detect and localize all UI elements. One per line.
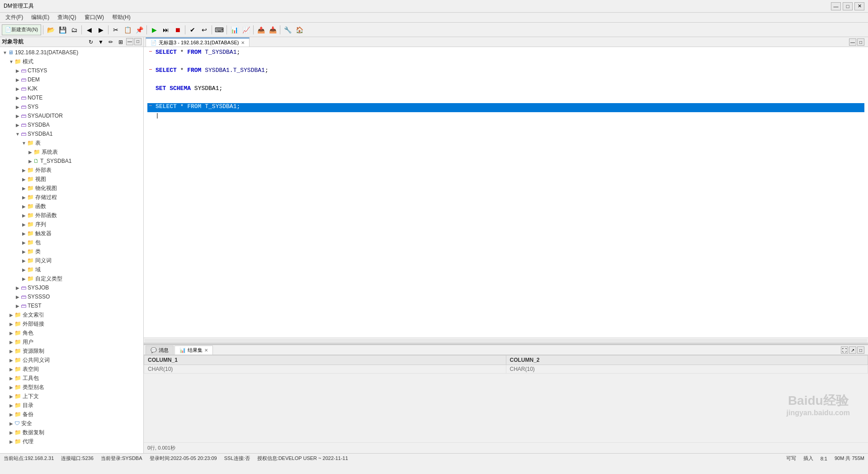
menu-help[interactable]: 帮助(H) [108,13,134,22]
tree-node-triggers[interactable]: ▶ 📁 触发器 [0,229,143,238]
tree-node-sys[interactable]: ▶ 🗃 SYS [0,102,143,111]
menu-window[interactable]: 窗口(W) [81,13,108,22]
menu-query[interactable]: 查询(Q) [54,13,80,22]
tree-toggle-note[interactable]: ▶ [14,95,21,101]
paste-button[interactable]: 📌 [134,24,145,35]
tree-toggle-ext-funcs[interactable]: ▶ [21,212,27,218]
tree-toggle-test[interactable]: ▶ [14,303,21,309]
tree-node-type-aliases[interactable]: ▶ 📁 类型别名 [0,383,143,392]
tree-node-sysauditor[interactable]: ▶ 🗃 SYSAUDITOR [0,111,143,120]
editor-tab-min-button[interactable]: — [849,38,856,46]
plan-button[interactable]: 📊 [229,24,240,35]
back-button[interactable]: ◀ [84,24,94,35]
panel-maximize-button[interactable]: □ [134,38,142,45]
tree-node-roles[interactable]: ▶ 📁 角色 [0,328,143,337]
tree-toggle-sys[interactable]: ▶ [14,104,21,110]
tree-node-sysjob[interactable]: ▶ 🗃 SYSJOB [0,283,143,292]
results-tab-messages[interactable]: 💬 消息 [146,346,174,355]
tree-toggle-sysdba[interactable]: ▶ [14,122,21,128]
tree-toggle-contexts[interactable]: ▶ [8,393,14,399]
tree-node-ctisys[interactable]: ▶ 🗃 CTISYS [0,66,143,75]
tree-node-security[interactable]: ▶ 🛡 安全 [0,419,143,428]
tree-toggle-schemas[interactable]: ▼ [8,58,14,65]
tree-node-ext-tables[interactable]: ▶ 📁 外部表 [0,166,143,175]
tree-toggle-ext-tables[interactable]: ▶ [21,167,27,173]
results-tab-max-button[interactable]: □ [857,346,864,354]
tree-toggle-users[interactable]: ▶ [8,339,14,345]
tree-node-sys-tables[interactable]: ▶ 📁 系统表 [0,147,143,156]
tree-toggle-sysdba1[interactable]: ▼ [14,131,21,137]
tree-toggle-tables[interactable]: ▼ [21,140,27,146]
tree-toggle-synonyms[interactable]: ▶ [21,257,27,264]
run-step-button[interactable]: ⏭ [160,24,171,35]
tree-toggle-backups[interactable]: ▶ [8,411,14,417]
tree-node-sysdba[interactable]: ▶ 🗃 SYSDBA [0,120,143,129]
tree-node-t-sysdba1[interactable]: ▶ 🗋 T_SYSDBA1 [0,156,143,166]
menu-edit[interactable]: 编辑(E) [28,13,53,22]
tree-node-packages[interactable]: ▶ 📁 包 [0,238,143,247]
tree-toggle-res-limits[interactable]: ▶ [8,348,14,354]
tree-node-note[interactable]: ▶ 🗃 NOTE [0,93,143,102]
new-query-button[interactable]: 📄 新建查询(N) [2,24,41,35]
tree-node-proxies[interactable]: ▶ 📁 代理 [0,437,143,446]
tree-node-res-limits[interactable]: ▶ 📁 资源限制 [0,346,143,356]
tree-node-schemas[interactable]: ▼ 📁 模式 [0,57,143,66]
tree-toggle-security[interactable]: ▶ [8,420,14,427]
results-tab-popout-button[interactable]: ↗ [849,346,856,354]
tree-toggle-packages[interactable]: ▶ [21,239,27,246]
editor-tab-max-button[interactable]: □ [857,38,864,46]
tree-toggle-roles[interactable]: ▶ [8,330,14,336]
tree-toggle-data-replication[interactable]: ▶ [8,429,14,436]
tree-toggle-public-syns[interactable]: ▶ [8,357,14,363]
tree-toggle-catalogs[interactable]: ▶ [8,402,14,408]
nav-split-button[interactable]: ⊞ [116,38,125,46]
tree-node-classes[interactable]: ▶ 📁 类 [0,247,143,256]
run-button[interactable]: ▶ [149,24,160,35]
results-tab-expand-button[interactable]: ⛶ [841,346,848,354]
step-plan-button[interactable]: 📈 [241,24,251,35]
tree-node-kjk[interactable]: ▶ 🗃 KJK [0,84,143,93]
editor-tab-close[interactable]: ✕ [241,40,245,45]
tree-toggle-sysauditor[interactable]: ▶ [14,113,21,119]
editor-hscrollbar[interactable] [144,337,868,343]
forward-button[interactable]: ▶ [95,24,106,35]
tree-node-data-replication[interactable]: ▶ 📁 数据复制 [0,428,143,437]
export-button[interactable]: 📤 [255,24,266,35]
results-grid[interactable]: COLUMN_1 COLUMN_2 CHAR(10) CHAR(10) [144,355,868,442]
tree-toggle-stored-procs[interactable]: ▶ [21,194,27,200]
format-button[interactable]: ⌨ [214,24,225,35]
close-button[interactable]: ✕ [854,2,864,10]
tree-node-synonyms[interactable]: ▶ 📁 同义词 [0,256,143,265]
tree-toggle-dem[interactable]: ▶ [14,76,21,83]
menu-file[interactable]: 文件(F) [2,13,27,22]
tree-toggle-t-sysdba1[interactable]: ▶ [27,158,33,164]
tree-container[interactable]: ▼ 🖥 192.168.2.31(DATABASE) ▼ 📁 模式 ▶ 🗃 CT… [0,47,143,453]
tree-toggle-domains[interactable]: ▶ [21,266,27,273]
tree-node-sequences[interactable]: ▶ 📁 序列 [0,220,143,229]
home-button[interactable]: 🏠 [294,24,305,35]
tree-toggle-proxies[interactable]: ▶ [8,438,14,445]
tree-toggle-kjk[interactable]: ▶ [14,85,21,92]
editor-tab-active[interactable]: 📄 无标题3 - 192.168.2.31(DATABASE) ✕ [146,38,250,47]
commit-button[interactable]: ✔ [187,24,198,35]
tree-node-dblinks[interactable]: ▶ 📁 外部链接 [0,319,143,328]
tree-node-ext-funcs[interactable]: ▶ 📁 外部函数 [0,211,143,220]
tree-node-funcs[interactable]: ▶ 📁 函数 [0,202,143,211]
tree-toggle-classes[interactable]: ▶ [21,248,27,255]
save-button[interactable]: 💾 [57,24,68,35]
col-header-1[interactable]: COLUMN_1 [144,356,506,365]
tree-node-tables[interactable]: ▼ 📁 表 [0,138,143,147]
tree-node-syssso[interactable]: ▶ 🗃 SYSSSO [0,292,143,301]
tree-toggle-triggers[interactable]: ▶ [21,230,27,237]
tree-node-domains[interactable]: ▶ 📁 域 [0,265,143,274]
results-tab-close[interactable]: ✕ [204,348,208,353]
tree-toggle-sys-tables[interactable]: ▶ [27,149,33,155]
tree-node-mat-views[interactable]: ▶ 📁 物化视图 [0,184,143,193]
tree-toggle-fulltext[interactable]: ▶ [8,312,14,318]
tree-node-catalogs[interactable]: ▶ 📁 目录 [0,401,143,410]
open-button[interactable]: 📂 [45,24,56,35]
tree-node-test[interactable]: ▶ 🗃 TEST [0,301,143,310]
panel-minimize-button[interactable]: — [126,38,133,45]
stop-button[interactable]: ⏹ [172,24,183,35]
tree-toggle-ctisys[interactable]: ▶ [14,67,21,74]
